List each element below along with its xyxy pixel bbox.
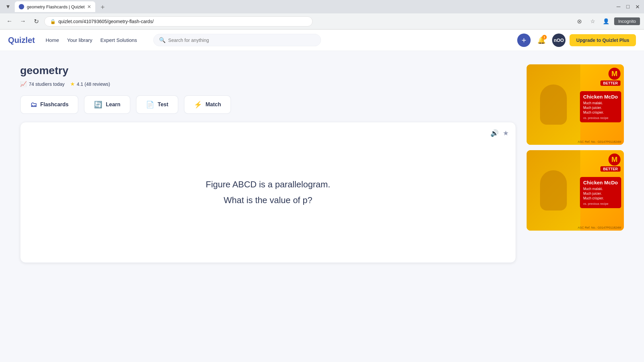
flashcard-line1: Figure ABCD is a parallelogram. <box>206 178 330 191</box>
mode-test-label: Test <box>158 102 168 108</box>
tab-dropdown-btn[interactable]: ▼ <box>3 1 13 12</box>
ad-2-tagline: Much malaki. Much juicier. Much crispier… <box>583 187 618 201</box>
mode-flashcards-label: Flashcards <box>40 102 68 108</box>
ad-2-text: Chicken McDo Much malaki. Much juicier. … <box>580 177 621 208</box>
ad-1: M BETTER Chicken McDo Much malaki. Much … <box>527 64 624 145</box>
content-left: geometry 📈 74 studiers today ★ 4.1 (48 r… <box>20 64 516 263</box>
flashcard-line2: What is the value of p? <box>206 194 330 207</box>
study-modes: 🗂 Flashcards 🔄 Learn 📄 Test ⚡ Match <box>20 95 516 114</box>
test-icon: 📄 <box>146 101 154 109</box>
mode-match[interactable]: ⚡ Match <box>184 95 231 114</box>
better-badge-2: BETTER <box>600 166 621 172</box>
bookmark-btn[interactable]: ☆ <box>587 16 598 27</box>
ad-1-text: Chicken McDo Much malaki. Much juicier. … <box>580 91 621 122</box>
window-controls: ─ □ ✕ <box>614 3 641 11</box>
quizlet-logo[interactable]: Quizlet <box>8 36 35 45</box>
nav-home[interactable]: Home <box>46 37 59 43</box>
mode-learn[interactable]: 🔄 Learn <box>84 95 130 114</box>
address-bar[interactable]: 🔒 quizlet.com/410793605/geometry-flash-c… <box>44 16 313 26</box>
ad-2-figure <box>527 150 580 231</box>
add-btn[interactable]: + <box>517 34 531 47</box>
flashcard-content: Figure ABCD is a parallelogram. What is … <box>206 178 330 207</box>
ad-2: M BETTER Chicken McDo Much malaki. Much … <box>527 150 624 231</box>
mode-flashcards[interactable]: 🗂 Flashcards <box>20 95 78 114</box>
ad-1-vs: vs. previous recipe <box>583 116 618 120</box>
header-actions: + 🔔 1 nOO Upgrade to Quizlet Plus <box>517 34 636 47</box>
tab-title: geometry Flashcards | Quizlet <box>27 4 85 9</box>
ad-1-brand: Chicken McDo <box>583 94 618 100</box>
learn-icon: 🔄 <box>94 101 102 109</box>
studiers-count: 📈 74 studiers today <box>20 81 65 87</box>
ad-1-ref: ASC Ref. No.: G0147P011824M <box>578 140 621 143</box>
address-text: quizlet.com/410793605/geometry-flash-car… <box>58 19 154 24</box>
browser-tab-active[interactable]: geometry Flashcards | Quizlet ✕ <box>15 1 95 12</box>
ad-1-tagline: Much malaki. Much juicier. Much crispier… <box>583 101 618 115</box>
mcdo-logo-2: M <box>608 154 621 166</box>
search-icon: 🔍 <box>159 37 166 43</box>
forward-btn[interactable]: → <box>17 16 28 27</box>
tab-close-btn[interactable]: ✕ <box>87 4 91 9</box>
nav-expert-solutions[interactable]: Expert Solutions <box>100 37 137 43</box>
flashcard-area[interactable]: 🔊 ★ Figure ABCD is a parallelogram. What… <box>20 122 516 263</box>
refresh-btn[interactable]: ↻ <box>31 16 42 27</box>
content-right: M BETTER Chicken McDo Much malaki. Much … <box>527 64 624 263</box>
browser-chrome: ▼ geometry Flashcards | Quizlet ✕ ＋ ─ □ … <box>0 0 644 29</box>
ad-2-vs: vs. previous recipe <box>583 202 618 205</box>
ad-2-bg: M BETTER Chicken McDo Much malaki. Much … <box>527 150 624 231</box>
tab-favicon <box>19 4 24 9</box>
flashcard-actions: 🔊 ★ <box>490 129 509 137</box>
minimize-btn[interactable]: ─ <box>614 3 623 11</box>
mcdo-logo-1: M <box>608 68 621 80</box>
flashcards-icon: 🗂 <box>30 101 37 109</box>
ad-2-ref: ASC Ref. No.: G0147P011824M <box>578 226 621 229</box>
user-avatar[interactable]: nOO <box>552 34 566 47</box>
ad-2-brand: Chicken McDo <box>583 180 618 185</box>
audio-btn[interactable]: 🔊 <box>490 129 499 137</box>
mode-test[interactable]: 📄 Test <box>136 95 178 114</box>
studiers-text: 74 studiers today <box>29 81 65 87</box>
ad-1-figure <box>527 64 580 145</box>
main-content: geometry 📈 74 studiers today ★ 4.1 (48 r… <box>0 51 644 276</box>
profile-btn[interactable]: 👤 <box>601 16 611 27</box>
mode-match-label: Match <box>206 102 221 108</box>
incognito-btn[interactable]: Incognito <box>614 17 640 25</box>
toolbar-right: ⊗ ☆ 👤 Incognito <box>574 16 640 27</box>
rating: ★ 4.1 (48 reviews) <box>70 81 110 87</box>
nav-your-library[interactable]: Your library <box>67 37 92 43</box>
star-btn[interactable]: ★ <box>503 129 509 137</box>
set-title: geometry <box>20 64 516 77</box>
match-icon: ⚡ <box>194 101 202 109</box>
notification-badge: 1 <box>542 35 547 40</box>
maximize-btn[interactable]: □ <box>624 3 632 11</box>
quizlet-page: Quizlet Home Your library Expert Solutio… <box>0 29 644 362</box>
ad-2-figure-shape <box>540 170 567 210</box>
set-meta: 📈 74 studiers today ★ 4.1 (48 reviews) <box>20 81 516 87</box>
trend-icon: 📈 <box>20 81 27 87</box>
extension-icon[interactable]: ⊗ <box>574 16 585 27</box>
search-input[interactable] <box>168 38 315 43</box>
star-icon: ★ <box>70 81 75 87</box>
header-search[interactable]: 🔍 <box>153 34 321 46</box>
browser-titlebar: ▼ geometry Flashcards | Quizlet ✕ ＋ ─ □ … <box>0 0 644 13</box>
ad-figure-shape <box>540 84 567 125</box>
address-icon: 🔒 <box>50 19 56 24</box>
header-nav: Home Your library Expert Solutions <box>46 37 137 43</box>
browser-toolbar: ← → ↻ 🔒 quizlet.com/410793605/geometry-f… <box>0 13 644 29</box>
quizlet-header: Quizlet Home Your library Expert Solutio… <box>0 29 644 51</box>
back-btn[interactable]: ← <box>4 16 15 27</box>
notification-btn[interactable]: 🔔 1 <box>535 34 548 47</box>
better-badge-1: BETTER <box>600 80 621 86</box>
mode-learn-label: Learn <box>106 102 120 108</box>
ad-1-bg: M BETTER Chicken McDo Much malaki. Much … <box>527 64 624 145</box>
new-tab-btn[interactable]: ＋ <box>97 1 109 13</box>
upgrade-btn[interactable]: Upgrade to Quizlet Plus <box>570 34 636 46</box>
close-window-btn[interactable]: ✕ <box>633 3 641 11</box>
rating-text: 4.1 (48 reviews) <box>77 81 110 87</box>
